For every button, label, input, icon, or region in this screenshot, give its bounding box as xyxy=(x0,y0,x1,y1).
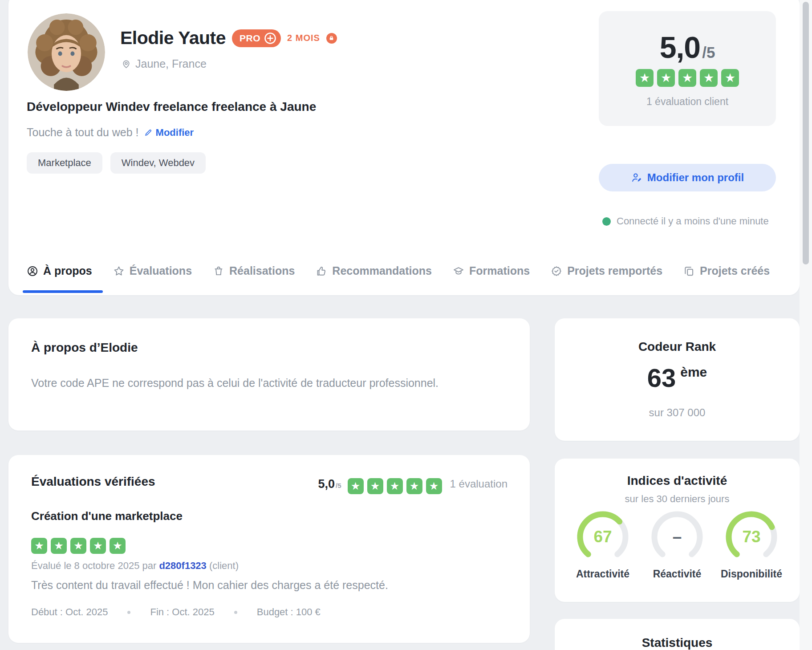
name-row: Elodie Yaute PRO 2 MOIS xyxy=(120,28,337,49)
about-title: À propos d’Elodie xyxy=(31,341,138,355)
review-comment: Très content du travail effectué ! Mon c… xyxy=(31,579,388,592)
star-icon: ★ xyxy=(657,69,675,87)
tab-projets-crees[interactable]: Projets créés xyxy=(683,264,770,277)
copy-icon xyxy=(683,265,695,277)
thumbs-up-icon xyxy=(316,265,327,277)
star-icon xyxy=(113,265,125,277)
review-evaluated-line: Évalué le 8 octobre 2025 par d280f1323 (… xyxy=(31,560,239,572)
tab-label: Réalisations xyxy=(229,264,295,277)
active-tab-underline xyxy=(23,290,103,293)
user-edit-icon xyxy=(631,172,642,183)
statistics-title: Statistiques xyxy=(555,636,800,650)
star-icon: ★ xyxy=(31,538,47,554)
edit-profile-label: Modifier mon profil xyxy=(647,171,744,184)
location-row: Jaune, France xyxy=(121,57,207,70)
star-icon: ★ xyxy=(387,478,403,494)
gauge-label: Réactivité xyxy=(653,568,702,580)
star-icon: ★ xyxy=(406,478,422,494)
gauge-value: 67 xyxy=(575,509,630,565)
avatar-illustration xyxy=(28,13,105,91)
scrollbar-track xyxy=(800,0,812,650)
gauge-label: Attractivité xyxy=(576,568,629,580)
gauge-attractivite: 67Attractivité xyxy=(567,509,638,580)
star-icon: ★ xyxy=(90,538,106,554)
codeur-plus-icon xyxy=(264,32,276,45)
map-pin-icon xyxy=(121,59,131,69)
tab-a-propos[interactable]: À propos xyxy=(27,264,92,277)
summary-count: 1 évaluation xyxy=(450,478,508,490)
rating-score-value: 5,0 xyxy=(660,30,701,65)
about-card: À propos d’Elodie Votre code APE ne corr… xyxy=(8,318,530,431)
freelancer-profile-page: Elodie Yaute PRO 2 MOIS Jaune, France Dé… xyxy=(0,0,812,650)
pro-badge: PRO xyxy=(232,29,281,47)
review-author-link[interactable]: d280f1323 xyxy=(159,560,206,571)
gauge-value: – xyxy=(650,509,705,565)
scrollbar-thumb[interactable] xyxy=(803,2,809,264)
pencil-icon xyxy=(144,128,153,137)
tab-label: Projets remportés xyxy=(567,264,662,277)
tab-label: Projets créés xyxy=(700,264,770,277)
reviews-summary: 5,0/5 ★★★★★ 1 évaluation xyxy=(318,474,508,494)
reviews-title: Évaluations vérifiées xyxy=(31,475,155,489)
tab-label: Évaluations xyxy=(130,264,192,277)
activity-title: Indices d'activité xyxy=(555,474,800,488)
edit-tagline-link[interactable]: Modifier xyxy=(144,127,194,138)
edit-profile-button[interactable]: Modifier mon profil xyxy=(599,164,776,191)
activity-subtitle: sur les 30 derniers jours xyxy=(555,493,800,505)
review-meta-item: Début : Oct. 2025 xyxy=(31,606,108,618)
codeur-rank-card: Codeur Rank 63 ème sur 307 000 xyxy=(555,318,800,441)
activity-indices-card: Indices d'activité sur les 30 derniers j… xyxy=(555,459,800,602)
rating-score: 5,0 /5 xyxy=(660,30,715,65)
meta-separator-dot xyxy=(234,611,237,614)
review-meta-item: Budget : 100 € xyxy=(257,606,321,618)
tab-evaluations[interactable]: Évaluations xyxy=(113,264,192,277)
profile-name: Elodie Yaute xyxy=(120,28,226,49)
statistics-card: Statistiques xyxy=(555,619,800,650)
gauge-dial: 73 xyxy=(724,509,779,565)
gauge-reactivite: –Réactivité xyxy=(641,509,713,580)
summary-stars: ★★★★★ xyxy=(348,478,442,494)
avatar xyxy=(28,13,105,91)
online-dot-icon xyxy=(602,217,611,226)
seniority-badge: 2 MOIS xyxy=(287,33,320,43)
rank-value: 63 xyxy=(647,361,676,394)
gauge-disponibilite: 73Disponibilité xyxy=(716,509,787,580)
activity-gauges: 67Attractivité–Réactivité73Disponibilité xyxy=(555,509,800,580)
online-status-text: Connecté il y a moins d'une minute xyxy=(617,215,769,227)
rank-suffix: ème xyxy=(680,365,707,380)
tab-label: Formations xyxy=(469,264,530,277)
rank-caption: sur 307 000 xyxy=(555,406,800,419)
rating-stars: ★★★★★ xyxy=(636,69,739,87)
star-icon: ★ xyxy=(678,69,696,87)
tab-realisations[interactable]: Réalisations xyxy=(213,264,295,277)
tagline-text: Touche à tout du web ! xyxy=(27,126,139,139)
gauge-label: Disponibilité xyxy=(721,568,782,580)
meta-separator-dot xyxy=(127,611,130,614)
rosette-check-icon xyxy=(551,265,562,277)
online-status: Connecté il y a moins d'une minute xyxy=(602,215,769,227)
rank-value-row: 63 ème xyxy=(555,361,800,394)
star-icon: ★ xyxy=(348,478,364,494)
pro-badge-label: PRO xyxy=(240,33,260,44)
bucket-icon xyxy=(213,265,224,277)
tab-formations[interactable]: Formations xyxy=(453,264,530,277)
tagline-row: Touche à tout du web ! Modifier xyxy=(27,126,194,139)
tab-label: À propos xyxy=(43,264,92,277)
rating-caption: 1 évaluation client xyxy=(646,96,728,108)
tab-recommandations[interactable]: Recommandations xyxy=(316,264,432,277)
grad-cap-icon xyxy=(453,265,464,277)
star-icon: ★ xyxy=(721,69,739,87)
gauge-dial: 67 xyxy=(575,509,630,565)
star-icon: ★ xyxy=(636,69,654,87)
profile-header-card: Elodie Yaute PRO 2 MOIS Jaune, France Dé… xyxy=(8,0,800,295)
gauge-value: 73 xyxy=(724,509,779,565)
profile-tabs: À proposÉvaluationsRéalisationsRecommand… xyxy=(27,264,770,277)
review-meta-item: Fin : Oct. 2025 xyxy=(150,606,214,618)
review-project-title: Création d'une marketplace xyxy=(31,509,183,523)
rating-summary-card: 5,0 /5 ★★★★★ 1 évaluation client xyxy=(599,11,776,126)
review-stars: ★★★★★ xyxy=(31,538,126,554)
gauge-dial: – xyxy=(650,509,705,565)
location-text: Jaune, France xyxy=(135,57,207,70)
tab-projets-remportes[interactable]: Projets remportés xyxy=(551,264,662,277)
star-icon: ★ xyxy=(367,478,383,494)
